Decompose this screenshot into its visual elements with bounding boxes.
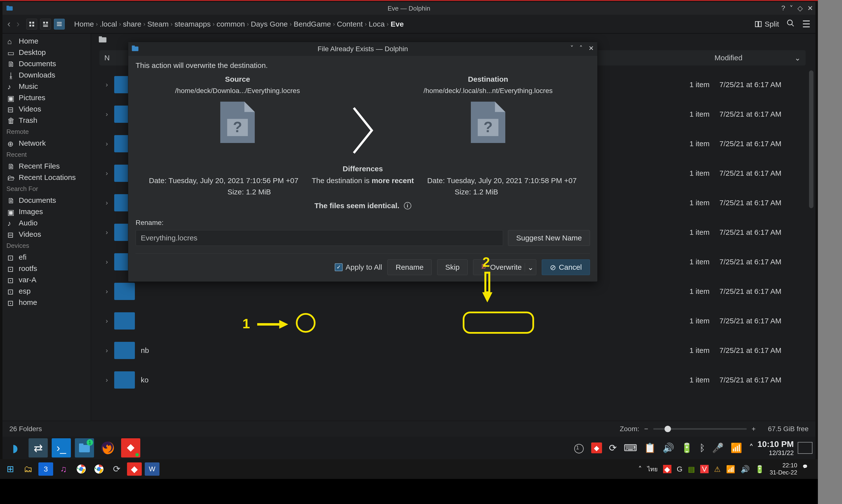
expand-icon[interactable]: › [100,81,114,89]
sidebar-item[interactable]: 🗎Documents [2,58,91,69]
sidebar-item[interactable]: ⊕Network [2,138,91,149]
table-row[interactable]: ›ko1 item7/25/21 at 6:17 AM [100,365,806,395]
win-itunes-icon[interactable]: ♫ [56,463,71,476]
tray-clipboard-icon[interactable]: 📋 [644,443,656,453]
sidebar-item[interactable]: 🗎Documents [2,195,91,206]
show-desktop-button[interactable] [798,442,812,454]
sidebar-item[interactable]: ▣Images [2,206,91,217]
help-icon[interactable]: ? [781,4,785,12]
sidebar-item[interactable]: ⭳Downloads [2,69,91,81]
path-folder-icon[interactable] [98,36,107,44]
sidebar-item[interactable]: ⌂Home [2,35,91,47]
wt-vivaldi-icon[interactable]: V [700,465,709,473]
expand-icon[interactable]: › [100,228,114,236]
breadcrumb-segment[interactable]: Home [74,20,94,28]
minimise-icon[interactable]: ˅ [790,4,793,12]
info-icon[interactable]: i [404,202,411,210]
table-row[interactable]: ›1 item7/25/21 at 6:17 AM [100,306,806,336]
col-modified[interactable]: Modified ⌄ [710,54,806,62]
win-start-icon[interactable]: ⊞ [3,463,18,476]
tray-updates-icon[interactable]: ◯1 [574,443,584,453]
breadcrumb-segment[interactable]: Loca [369,20,385,28]
dialog-max-icon[interactable]: ˄ [579,44,583,52]
wt-anydesk-icon[interactable]: ◆ [663,465,671,473]
firefox-icon[interactable] [98,438,117,457]
win-steam-icon[interactable]: ⟳ [109,463,124,476]
rename-button[interactable]: Rename [388,259,431,275]
breadcrumb-segment[interactable]: .local [100,20,117,28]
tray-steam-icon[interactable]: ⟳ [609,443,617,453]
expand-icon[interactable]: › [100,199,114,207]
close-icon[interactable]: ✕ [807,4,813,12]
expand-icon[interactable]: › [100,110,114,118]
wt-nvidia-icon[interactable]: ▤ [688,465,695,473]
win-clock[interactable]: 22:10 31-Dec-22 [767,462,800,476]
sidebar-item[interactable]: 🗑Trash [2,115,91,126]
zoom-out-icon[interactable]: − [644,425,648,433]
kde-clock[interactable]: 10:10 PM 12/31/22 [757,439,794,457]
expand-icon[interactable]: › [100,140,114,148]
maximise-icon[interactable]: ◇ [798,4,803,12]
breadcrumb-segment[interactable]: Eve [391,20,404,28]
sidebar-item[interactable]: ♪Audio [2,217,91,229]
tray-bluetooth-icon[interactable]: ᛒ [699,443,705,453]
wt-sound-icon[interactable]: 🔊 [740,465,750,473]
nav-forward-icon[interactable]: › [17,19,20,29]
sidebar-item[interactable]: ⊡rootfs [2,263,91,274]
wt-security-icon[interactable]: ⚠ [714,465,721,473]
overwrite-button[interactable]: Overwrite ⌄ [473,259,536,275]
cancel-button[interactable]: ⊘ Cancel [542,259,590,275]
breadcrumb-segment[interactable]: Days Gone [251,20,288,28]
sidebar-item[interactable]: ⊟Videos [2,103,91,115]
expand-icon[interactable]: › [100,169,114,177]
breadcrumb-segment[interactable]: common [217,20,245,28]
zoom-in-icon[interactable]: + [752,425,756,433]
sidebar-item[interactable]: ⊟Videos [2,229,91,240]
table-row[interactable]: ›nb1 item7/25/21 at 6:17 AM [100,336,806,365]
wt-chevron-icon[interactable]: ˄ [638,465,642,473]
dolphin-taskbar-icon[interactable]: 1 [75,438,94,457]
rename-input[interactable] [136,230,503,246]
sidebar-item[interactable]: ⊡efi [2,252,91,263]
scrollbar[interactable] [809,70,813,208]
skip-button[interactable]: Skip [437,259,468,275]
breadcrumb-segment[interactable]: share [123,20,141,28]
tray-anydesk-icon[interactable]: ◆ [591,443,602,453]
search-icon[interactable] [786,19,795,29]
view-compact-button[interactable] [40,19,51,30]
expand-icon[interactable]: › [100,258,114,266]
tray-expand-icon[interactable]: ˄ [749,443,754,453]
wt-google-icon[interactable]: G [677,465,682,473]
win-explorer-icon[interactable]: 🗂 [21,463,35,476]
suggest-name-button[interactable]: Suggest New Name [508,230,590,246]
tray-volume-icon[interactable]: 🔊 [663,443,674,453]
expand-icon[interactable]: › [100,317,114,325]
menu-icon[interactable]: ☰ [802,19,810,30]
expand-icon[interactable]: › [100,287,114,295]
breadcrumb-segment[interactable]: steamapps [175,20,211,28]
split-button[interactable]: Split [754,20,779,28]
breadcrumb-segment[interactable]: Content [337,20,363,28]
sidebar-item[interactable]: ▣Pictures [2,92,91,103]
tray-keyboard-icon[interactable]: ⌨ [624,443,637,453]
konsole-icon[interactable]: ›_ [52,438,71,457]
tray-wifi-icon[interactable]: 📶 [731,443,742,453]
wt-wifi-icon[interactable]: 📶 [726,465,735,473]
win-notifications-icon[interactable]: 💬 [803,464,815,474]
sidebar-item[interactable]: ⊡home [2,297,91,308]
sidebar-item[interactable]: 🗎Recent Files [2,160,91,172]
win-chrome1-icon[interactable] [74,463,89,476]
nav-back-icon[interactable]: ‹ [7,19,11,29]
tray-mic-muted-icon[interactable]: 🎤 [712,443,723,453]
wt-battery-icon[interactable]: 🔋 [755,465,764,473]
anydesk-icon[interactable] [121,438,140,457]
breadcrumb-segment[interactable]: Steam [147,20,168,28]
expand-icon[interactable]: › [100,346,114,354]
win-anydesk-icon[interactable]: ◆ [127,463,142,476]
sidebar-item[interactable]: ▭Desktop [2,47,91,58]
sidebar-item[interactable]: ♪Music [2,81,91,92]
view-icons-button[interactable] [26,19,37,30]
breadcrumb-segment[interactable]: BendGame [293,20,331,28]
sidebar-item[interactable]: ⊡var-A [2,274,91,286]
overwrite-dropdown-icon[interactable]: ⌄ [525,263,536,272]
